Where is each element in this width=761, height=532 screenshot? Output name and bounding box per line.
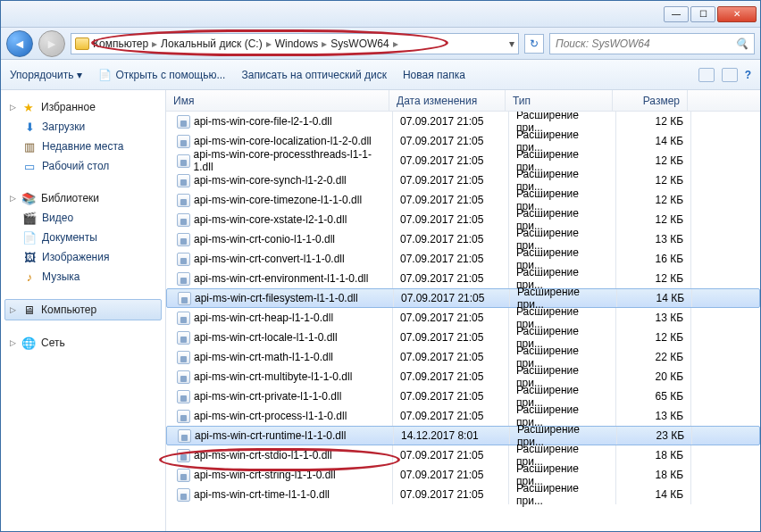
file-date: 07.09.2017 21:05: [394, 289, 510, 307]
file-size: 20 КБ: [616, 367, 691, 387]
dll-icon: [177, 488, 190, 502]
view-button[interactable]: [698, 68, 715, 82]
col-name[interactable]: Имя: [166, 90, 389, 111]
breadcrumb-segment[interactable]: SysWOW64: [330, 37, 389, 50]
sidebar-computer[interactable]: ▷🖥Компьютер: [4, 299, 162, 320]
table-row[interactable]: api-ms-win-core-xstate-l2-1-0.dll07.09.2…: [166, 210, 760, 229]
file-date: 07.09.2017 21:05: [393, 465, 509, 485]
file-date: 07.09.2017 21:05: [393, 485, 509, 504]
sidebar-network[interactable]: ▷🌐Сеть: [4, 333, 162, 353]
table-row[interactable]: api-ms-win-crt-heap-l1-1-0.dll07.09.2017…: [166, 308, 760, 328]
file-date: 07.09.2017 21:05: [393, 328, 509, 347]
file-date: 07.09.2017 21:05: [393, 190, 509, 210]
refresh-button[interactable]: ↻: [524, 34, 544, 54]
file-size: 12 КБ: [616, 328, 691, 347]
table-row[interactable]: api-ms-win-crt-locale-l1-1-0.dll07.09.20…: [166, 328, 760, 347]
col-date[interactable]: Дата изменения: [389, 90, 506, 111]
breadcrumb-segment[interactable]: Компьютер: [93, 37, 148, 50]
file-name: api-ms-win-crt-process-l1-1-0.dll: [194, 410, 347, 422]
file-name: api-ms-win-crt-string-l1-1-0.dll: [194, 469, 336, 481]
column-headers[interactable]: Имя Дата изменения Тип Размер: [166, 90, 760, 112]
forward-button[interactable]: ►: [38, 30, 65, 57]
file-name: api-ms-win-core-xstate-l2-1-0.dll: [194, 213, 347, 226]
file-name: api-ms-win-crt-runtime-l1-1-0.dll: [195, 429, 346, 442]
dll-icon: [177, 272, 190, 286]
search-input[interactable]: Поиск: SysWOW64 🔍: [549, 33, 755, 54]
maximize-button[interactable]: ☐: [690, 6, 715, 22]
newfolder-button[interactable]: Новая папка: [403, 69, 465, 81]
recent-icon: ▥: [22, 139, 37, 154]
back-button[interactable]: ◄: [6, 30, 33, 57]
preview-button[interactable]: [722, 68, 738, 82]
table-row[interactable]: api-ms-win-crt-multibyte-l1-1-0.dll07.09…: [166, 367, 760, 387]
library-icon: 📚: [21, 191, 36, 205]
sidebar-item-video[interactable]: 🎬Видео: [4, 208, 162, 228]
desktop-icon: ▭: [22, 159, 37, 173]
sidebar-item-downloads[interactable]: ⬇Загрузки: [4, 117, 162, 137]
file-size: 12 КБ: [616, 112, 691, 131]
table-row[interactable]: api-ms-win-crt-conio-l1-1-0.dll07.09.201…: [166, 229, 760, 249]
sidebar-libraries[interactable]: ▷📚Библиотеки: [4, 188, 162, 208]
table-row[interactable]: api-ms-win-crt-time-l1-1-0.dll07.09.2017…: [166, 485, 760, 504]
file-date: 07.09.2017 21:05: [393, 445, 509, 465]
sidebar-item-music[interactable]: ♪Музыка: [4, 267, 162, 287]
file-size: 18 КБ: [616, 445, 691, 465]
file-list[interactable]: Имя Дата изменения Тип Размер api-ms-win…: [166, 90, 760, 531]
file-date: 07.09.2017 21:05: [393, 131, 509, 151]
dll-icon: [177, 253, 190, 266]
breadcrumb[interactable]: Компьютер▸Локальный диск (C:)▸Windows▸Sy…: [93, 37, 400, 50]
file-size: 14 КБ: [617, 289, 692, 307]
table-row[interactable]: api-ms-win-crt-runtime-l1-1-0.dll14.12.2…: [166, 426, 760, 445]
sidebar-favorites[interactable]: ▷★Избранное: [4, 97, 162, 117]
sidebar-item-desktop[interactable]: ▭Рабочий стол: [4, 156, 162, 176]
download-icon: ⬇: [22, 120, 37, 134]
dll-icon: [177, 370, 190, 384]
file-size: 12 КБ: [616, 210, 691, 229]
burn-button[interactable]: Записать на оптический диск: [241, 69, 387, 81]
file-type: Расширение при...: [509, 485, 616, 504]
file-name: api-ms-win-crt-locale-l1-1-0.dll: [194, 331, 338, 344]
sidebar-item-recent[interactable]: ▥Недавние места: [4, 137, 162, 156]
search-icon: 🔍: [735, 37, 748, 50]
breadcrumb-segment[interactable]: Локальный диск (C:): [161, 37, 263, 50]
file-name: api-ms-win-crt-filesystem-l1-1-0.dll: [195, 292, 358, 304]
address-bar[interactable]: Компьютер▸Локальный диск (C:)▸Windows▸Sy…: [71, 33, 519, 54]
table-row[interactable]: api-ms-win-crt-math-l1-1-0.dll07.09.2017…: [166, 347, 760, 367]
folder-icon: [75, 37, 89, 50]
col-type[interactable]: Тип: [506, 90, 613, 111]
dll-icon: [177, 351, 190, 364]
table-row[interactable]: api-ms-win-core-processthreads-l1-1-1.dl…: [166, 151, 760, 170]
table-row[interactable]: api-ms-win-crt-filesystem-l1-1-0.dll07.0…: [166, 288, 760, 308]
table-row[interactable]: api-ms-win-crt-process-l1-1-0.dll07.09.2…: [166, 406, 760, 426]
toolbar: Упорядочить ▾ 📄 Открыть с помощью... Зап…: [1, 60, 760, 90]
table-row[interactable]: api-ms-win-crt-convert-l1-1-0.dll07.09.2…: [166, 249, 760, 269]
dll-icon: [177, 331, 190, 345]
openwith-button[interactable]: 📄 Открыть с помощью...: [98, 69, 225, 81]
search-placeholder: Поиск: SysWOW64: [556, 37, 650, 50]
file-size: 14 КБ: [616, 485, 691, 504]
file-size: 12 КБ: [616, 190, 691, 210]
dll-icon: [178, 292, 191, 305]
chevron-down-icon[interactable]: ▾: [509, 37, 514, 50]
table-row[interactable]: api-ms-win-crt-private-l1-1-0.dll07.09.2…: [166, 387, 760, 406]
organize-button[interactable]: Упорядочить ▾: [10, 69, 82, 81]
sidebar-item-documents[interactable]: 📄Документы: [4, 228, 162, 247]
dll-icon: [177, 154, 190, 168]
file-date: 07.09.2017 21:05: [393, 151, 509, 170]
table-row[interactable]: api-ms-win-crt-string-l1-1-0.dll07.09.20…: [166, 465, 760, 485]
table-row[interactable]: api-ms-win-crt-stdio-l1-1-0.dll07.09.201…: [166, 445, 760, 465]
breadcrumb-segment[interactable]: Windows: [275, 37, 319, 50]
sidebar-item-images[interactable]: 🖼Изображения: [4, 247, 162, 267]
table-row[interactable]: api-ms-win-core-synch-l1-2-0.dll07.09.20…: [166, 170, 760, 190]
file-name: api-ms-win-core-synch-l1-2-0.dll: [194, 174, 347, 187]
table-row[interactable]: api-ms-win-core-file-l2-1-0.dll07.09.201…: [166, 112, 760, 131]
table-row[interactable]: api-ms-win-crt-environment-l1-1-0.dll07.…: [166, 269, 760, 288]
minimize-button[interactable]: —: [664, 6, 689, 22]
close-button[interactable]: ✕: [717, 6, 757, 22]
table-row[interactable]: api-ms-win-core-timezone-l1-1-0.dll07.09…: [166, 190, 760, 210]
help-icon[interactable]: ?: [745, 69, 751, 81]
file-name: api-ms-win-crt-heap-l1-1-0.dll: [194, 312, 333, 324]
image-icon: 🖼: [22, 250, 37, 264]
col-size[interactable]: Размер: [613, 90, 688, 111]
file-size: 22 КБ: [616, 347, 691, 367]
